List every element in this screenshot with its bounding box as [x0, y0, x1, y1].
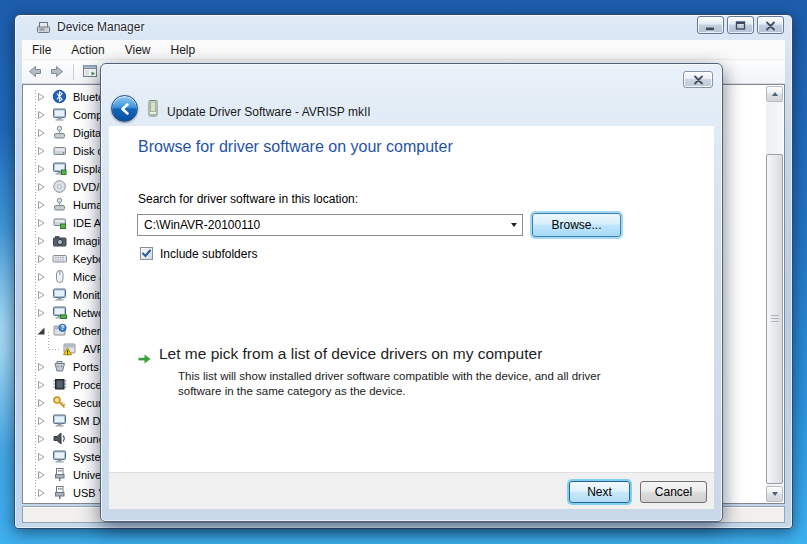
- menubar: FileActionViewHelp: [22, 40, 785, 60]
- menu-item-action[interactable]: Action: [61, 41, 114, 59]
- search-location-label: Search for driver software in this locat…: [138, 192, 358, 206]
- computer-icon: [52, 287, 68, 302]
- vertical-scrollbar[interactable]: [766, 86, 783, 502]
- disc-icon: [52, 179, 68, 194]
- back-toolbar-button[interactable]: [24, 62, 45, 82]
- menu-item-file[interactable]: File: [22, 41, 61, 59]
- titlebar[interactable]: Device Manager: [15, 15, 792, 40]
- unknown-device-icon: ?: [52, 323, 68, 338]
- expander-closed-icon[interactable]: [37, 182, 46, 192]
- dialog-content: Browse for driver software on your compu…: [109, 126, 714, 472]
- triangle-down-icon: [772, 492, 778, 496]
- ide-icon: [52, 215, 68, 230]
- computer-icon: [52, 413, 68, 428]
- computer-icon: [52, 449, 68, 464]
- processor-icon: [52, 377, 68, 392]
- usb-icon: [52, 485, 68, 500]
- include-subfolders-checkbox[interactable]: [140, 247, 153, 260]
- driver-wizard-icon: [146, 99, 160, 119]
- toolbar-separator: [73, 64, 74, 80]
- let-me-pick-link[interactable]: Let me pick from a list of device driver…: [159, 345, 542, 363]
- keyboard-icon: [52, 251, 68, 266]
- expander-closed-icon[interactable]: [37, 416, 46, 426]
- browse-button[interactable]: Browse...: [532, 213, 621, 237]
- close-button[interactable]: [757, 16, 784, 34]
- device-manager-icon: [36, 20, 51, 35]
- usb-icon: [52, 467, 68, 482]
- expander-closed-icon[interactable]: [37, 236, 46, 246]
- scroll-up-button[interactable]: [766, 86, 783, 102]
- let-me-pick-description: This list will show installed driver sof…: [178, 369, 708, 399]
- gamepad-icon: [52, 125, 68, 140]
- security-icon: [52, 395, 68, 410]
- warning-device-icon: [62, 341, 78, 356]
- computer-icon: [52, 107, 68, 122]
- driver-path-value: C:\WinAVR-20100110: [138, 218, 505, 232]
- network-icon: [52, 305, 68, 320]
- caption-buttons: [697, 16, 784, 34]
- cancel-button[interactable]: Cancel: [640, 481, 707, 503]
- scroll-down-button[interactable]: [766, 486, 783, 502]
- svg-text:?: ?: [60, 324, 64, 331]
- expander-closed-icon[interactable]: [37, 164, 46, 174]
- ports-icon: [52, 359, 68, 374]
- expander-closed-icon[interactable]: [37, 380, 46, 390]
- include-subfolders-label[interactable]: Include subfolders: [160, 247, 257, 261]
- scrollbar-thumb[interactable]: [766, 154, 783, 484]
- maximize-button[interactable]: [727, 16, 754, 34]
- expander-closed-icon[interactable]: [37, 470, 46, 480]
- menu-item-help[interactable]: Help: [161, 41, 206, 59]
- expander-closed-icon[interactable]: [37, 362, 46, 372]
- chevron-down-icon: [511, 223, 517, 227]
- forward-toolbar-button[interactable]: [47, 62, 68, 82]
- expander-closed-icon[interactable]: [37, 290, 46, 300]
- green-arrow-icon: [137, 352, 153, 366]
- mouse-icon: [52, 269, 68, 284]
- driver-path-combobox[interactable]: C:\WinAVR-20100110: [137, 214, 523, 236]
- expander-closed-icon[interactable]: [37, 146, 46, 156]
- expander-closed-icon[interactable]: [37, 434, 46, 444]
- expander-closed-icon[interactable]: [37, 308, 46, 318]
- expander-closed-icon[interactable]: [37, 272, 46, 282]
- triangle-up-icon: [772, 92, 778, 96]
- display-icon: [52, 161, 68, 176]
- minimize-button[interactable]: [697, 16, 724, 34]
- expander-closed-icon[interactable]: [37, 110, 46, 120]
- expander-closed-icon[interactable]: [37, 398, 46, 408]
- sound-icon: [52, 431, 68, 446]
- gamepad-icon: [52, 197, 68, 212]
- imaging-icon: [52, 233, 68, 248]
- dialog-heading: Browse for driver software on your compu…: [138, 138, 453, 156]
- update-driver-dialog: Update Driver Software - AVRISP mkII Bro…: [100, 63, 723, 522]
- dialog-title: Update Driver Software - AVRISP mkII: [167, 105, 371, 119]
- expander-closed-icon[interactable]: [37, 92, 46, 102]
- expander-closed-icon[interactable]: [37, 254, 46, 264]
- console-tree-button[interactable]: [79, 62, 100, 82]
- dialog-footer: Next Cancel: [109, 472, 714, 509]
- expander-closed-icon[interactable]: [37, 488, 46, 498]
- window-title: Device Manager: [57, 20, 144, 34]
- bluetooth-icon: [52, 89, 68, 104]
- disk-icon: [52, 143, 68, 158]
- next-button[interactable]: Next: [569, 481, 630, 503]
- menu-item-view[interactable]: View: [115, 41, 161, 59]
- expander-open-icon[interactable]: [37, 326, 46, 336]
- combobox-dropdown-button[interactable]: [505, 215, 522, 235]
- dialog-close-button[interactable]: [683, 71, 713, 88]
- expander-closed-icon[interactable]: [37, 128, 46, 138]
- dialog-back-button[interactable]: [111, 95, 138, 122]
- expander-closed-icon[interactable]: [37, 200, 46, 210]
- expander-closed-icon[interactable]: [37, 218, 46, 228]
- desktop: Device Manager FileActionViewHelp Blueto…: [0, 0, 807, 544]
- expander-closed-icon[interactable]: [37, 452, 46, 462]
